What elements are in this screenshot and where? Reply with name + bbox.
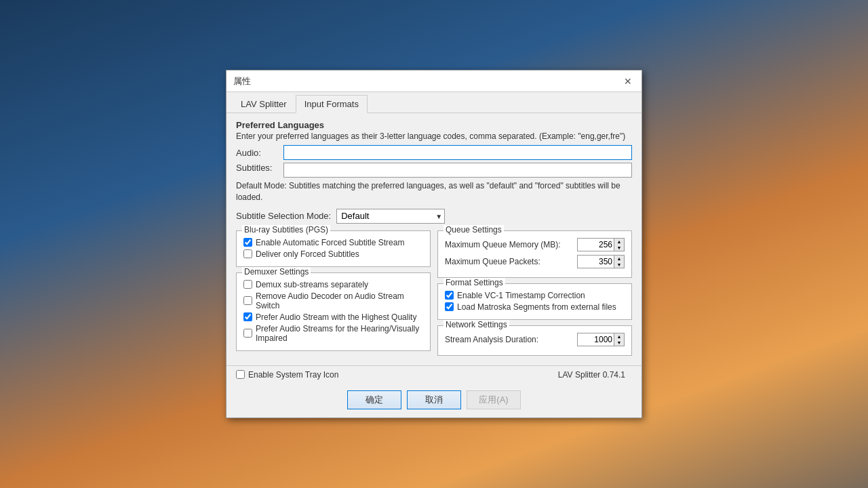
preferred-languages-section: Preferred Languages Enter your preferred… <box>236 120 632 224</box>
queue-settings-content: Maximum Queue Memory (MB): ▲ ▼ <box>445 238 625 268</box>
enable-vc1-timestamp-row: Enable VC-1 Timestamp Correction <box>445 291 625 300</box>
left-column: Blu-ray Subtitles (PGS) Enable Automatic… <box>236 230 431 359</box>
max-queue-packets-spinbox: ▲ ▼ <box>577 255 625 268</box>
max-queue-packets-row: Maximum Queue Packets: ▲ ▼ <box>445 255 625 268</box>
subtitle-selection-mode-wrapper: Default Forced Only No Subtitles Advance… <box>336 209 445 224</box>
stream-analysis-label: Stream Analysis Duration: <box>445 335 577 344</box>
demux-sub-streams-checkbox[interactable] <box>243 280 252 289</box>
blu-ray-subtitles-content: Enable Automatic Forced Subtitle Stream … <box>243 238 423 259</box>
demuxer-settings-content: Demux sub-streams separately Remove Audi… <box>243 280 423 343</box>
right-column: Queue Settings Maximum Queue Memory (MB)… <box>437 230 632 359</box>
demuxer-settings-title: Demuxer Settings <box>242 267 311 277</box>
prefer-audio-hearing-row: Prefer Audio Streams for the Hearing/Vis… <box>243 324 423 343</box>
stream-analysis-spin-buttons: ▲ ▼ <box>614 333 625 346</box>
demux-sub-streams-row: Demux sub-streams separately <box>243 280 423 289</box>
demuxer-settings-group: Demuxer Settings Demux sub-streams separ… <box>236 272 431 351</box>
dialog-title: 属性 <box>233 75 251 87</box>
prefer-audio-hearing-label: Prefer Audio Streams for the Hearing/Vis… <box>256 324 423 343</box>
two-col-layout: Blu-ray Subtitles (PGS) Enable Automatic… <box>236 230 632 359</box>
stream-analysis-input[interactable] <box>577 333 614 346</box>
apply-button[interactable]: 应用(A) <box>467 390 521 409</box>
remove-audio-decoder-row: Remove Audio Decoder on Audio Stream Swi… <box>243 291 423 310</box>
blu-ray-subtitles-title: Blu-ray Subtitles (PGS) <box>242 225 330 235</box>
subtitles-label: Subtitles: <box>236 163 283 173</box>
audio-field-row: Audio: <box>236 145 632 160</box>
bottom-row: Enable System Tray Icon LAV Splitter 0.7… <box>226 365 642 385</box>
network-settings-title: Network Settings <box>443 320 509 329</box>
tab-bar: LAV Splitter Input Formats <box>226 92 642 113</box>
demux-sub-streams-label: Demux sub-streams separately <box>256 280 368 289</box>
stream-analysis-row: Stream Analysis Duration: ▲ ▼ <box>445 333 625 346</box>
max-queue-packets-spin-buttons: ▲ ▼ <box>614 255 625 268</box>
enable-vc1-timestamp-checkbox[interactable] <box>445 291 454 300</box>
default-mode-text: Default Mode: Subtitles matching the pre… <box>236 180 632 203</box>
prefer-audio-quality-checkbox[interactable] <box>243 312 252 321</box>
max-queue-packets-down[interactable]: ▼ <box>614 262 624 268</box>
subtitles-field-row: Subtitles: <box>236 163 632 178</box>
enable-forced-subtitle-checkbox[interactable] <box>243 238 252 247</box>
max-queue-memory-input[interactable] <box>577 238 614 251</box>
format-settings-group: Format Settings Enable VC-1 Timestamp Co… <box>437 283 632 320</box>
system-tray-section: Enable System Tray Icon <box>236 370 558 380</box>
max-queue-memory-down[interactable]: ▼ <box>614 245 624 251</box>
deliver-forced-subtitles-checkbox[interactable] <box>243 249 252 258</box>
deliver-forced-subtitles-row: Deliver only Forced Subtitles <box>243 249 423 259</box>
enable-forced-subtitle-label: Enable Automatic Forced Subtitle Stream <box>256 238 404 247</box>
load-matroska-label: Load Matroska Segments from external fil… <box>457 302 616 312</box>
prefer-audio-hearing-checkbox[interactable] <box>243 329 252 338</box>
ok-button[interactable]: 确定 <box>347 390 401 409</box>
remove-audio-decoder-checkbox[interactable] <box>243 296 252 305</box>
main-content: Preferred Languages Enter your preferred… <box>226 113 642 365</box>
queue-settings-title: Queue Settings <box>443 225 504 235</box>
prefer-audio-quality-row: Prefer Audio Stream with the Highest Qua… <box>243 312 423 322</box>
load-matroska-checkbox[interactable] <box>445 302 454 311</box>
cancel-button[interactable]: 取消 <box>407 390 461 409</box>
format-settings-content: Enable VC-1 Timestamp Correction Load Ma… <box>445 291 625 312</box>
subtitles-input[interactable] <box>283 163 632 178</box>
enable-vc1-timestamp-label: Enable VC-1 Timestamp Correction <box>457 291 585 300</box>
stream-analysis-down[interactable]: ▼ <box>614 340 624 346</box>
stream-analysis-spinbox: ▲ ▼ <box>577 333 625 346</box>
network-settings-group: Network Settings Stream Analysis Duratio… <box>437 325 632 356</box>
subtitle-selection-mode-select[interactable]: Default Forced Only No Subtitles Advance… <box>336 209 445 224</box>
enable-system-tray-label: Enable System Tray Icon <box>248 370 338 380</box>
preferred-languages-title: Preferred Languages <box>236 120 632 130</box>
max-queue-packets-up[interactable]: ▲ <box>614 256 624 262</box>
max-queue-packets-input[interactable] <box>577 255 614 268</box>
tab-input-formats[interactable]: Input Formats <box>296 95 368 113</box>
main-dialog: 属性 ✕ LAV Splitter Input Formats Preferre… <box>226 70 642 418</box>
version-text: LAV Splitter 0.74.1 <box>558 370 625 380</box>
max-queue-memory-up[interactable]: ▲ <box>614 239 624 245</box>
audio-label: Audio: <box>236 148 283 158</box>
queue-settings-group: Queue Settings Maximum Queue Memory (MB)… <box>437 230 632 278</box>
max-queue-memory-row: Maximum Queue Memory (MB): ▲ ▼ <box>445 238 625 251</box>
prefer-audio-quality-label: Prefer Audio Stream with the Highest Qua… <box>256 312 416 322</box>
max-queue-packets-label: Maximum Queue Packets: <box>445 257 577 266</box>
stream-analysis-up[interactable]: ▲ <box>614 333 624 340</box>
button-row: 确定 取消 应用(A) <box>226 385 642 418</box>
max-queue-memory-spinbox: ▲ ▼ <box>577 238 625 251</box>
blu-ray-subtitles-group: Blu-ray Subtitles (PGS) Enable Automatic… <box>236 230 431 267</box>
audio-input[interactable] <box>283 145 632 160</box>
enable-forced-subtitle-row: Enable Automatic Forced Subtitle Stream <box>243 238 423 247</box>
close-button[interactable]: ✕ <box>621 75 635 88</box>
deliver-forced-subtitles-label: Deliver only Forced Subtitles <box>256 249 359 259</box>
tab-lav-splitter[interactable]: LAV Splitter <box>232 95 296 113</box>
max-queue-memory-label: Maximum Queue Memory (MB): <box>445 240 577 249</box>
enable-system-tray-checkbox[interactable] <box>236 370 245 379</box>
load-matroska-row: Load Matroska Segments from external fil… <box>445 302 625 312</box>
format-settings-title: Format Settings <box>443 278 505 287</box>
subtitle-selection-mode-label: Subtitle Selection Mode: <box>236 211 331 221</box>
subtitle-selection-mode-row: Subtitle Selection Mode: Default Forced … <box>236 209 632 224</box>
title-bar: 属性 ✕ <box>226 70 642 92</box>
max-queue-memory-spin-buttons: ▲ ▼ <box>614 238 625 251</box>
remove-audio-decoder-label: Remove Audio Decoder on Audio Stream Swi… <box>256 291 423 310</box>
network-settings-content: Stream Analysis Duration: ▲ ▼ <box>445 333 625 346</box>
preferred-languages-desc: Enter your preferred languages as their … <box>236 131 632 141</box>
